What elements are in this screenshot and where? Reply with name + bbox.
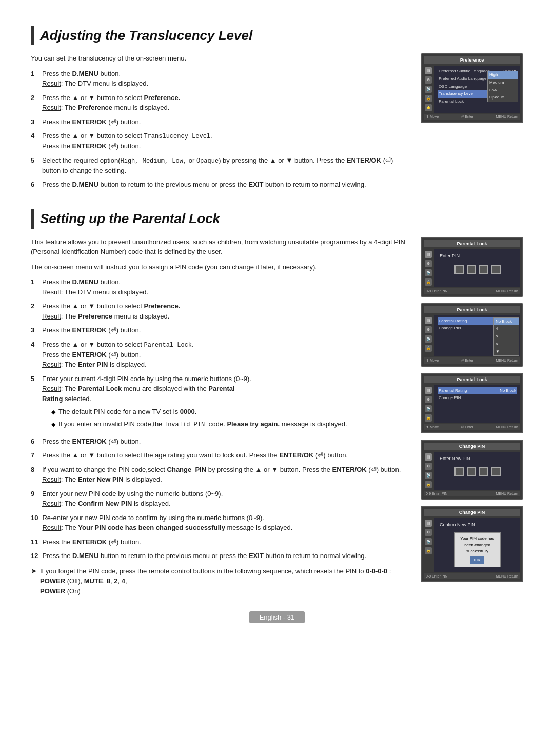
note-invalid-pin: ◆ If you enter an invalid PIN code,the I… — [51, 419, 408, 429]
tv-s5-icon-4: 🔒 — [425, 481, 432, 488]
pin-box-2 — [467, 265, 476, 274]
step-6: 6 Press the D.MENU button to return to t… — [31, 180, 408, 190]
section1-title: Adjusting the Translucency Level — [40, 28, 252, 44]
tv-confirm-pin-body: Confirm New PIN Your PIN code has been c… — [434, 518, 520, 573]
confirm-new-pin-label: Confirm New PIN — [438, 520, 517, 529]
tv-parental-rating-footer: ⬆ Move ⏎ Enter MENU Return — [424, 357, 520, 364]
tv-enter-pin-body: Enter PIN — [434, 249, 520, 287]
tv-icon-4: 🔒 — [425, 95, 432, 102]
section2-header: Setting up the Parental Lock — [31, 209, 523, 229]
s2-step-4: 4 Press the ▲ or ▼ button to select Pare… — [31, 340, 408, 370]
section2-bar — [31, 209, 34, 229]
s2-step-1: 1 Press the D.MENU button. Result: The D… — [31, 277, 408, 297]
tv-s3-icon-3: 📡 — [425, 335, 432, 343]
section2-sidebar: Parental Lock ▤ ⚙ 📡 🔒 Enter PIN — [421, 237, 523, 596]
forget-pin-note: ➤ If you forget the PIN code, press the … — [31, 566, 408, 596]
section2-content: This feature allows you to prevent unaut… — [31, 237, 523, 596]
s2-step-3: 3 Press the ENTER/OK (⏎) button. — [31, 325, 408, 335]
step-3-body: Press the ENTER/OK (⏎) button. — [42, 117, 408, 127]
tv-s6-icon-2: ⚙ — [425, 529, 432, 536]
step-2-num: 2 — [31, 93, 38, 113]
step-5-body: Select the required option(High, Medium,… — [42, 155, 408, 176]
tv-s2-icon-3: 📡 — [425, 269, 432, 276]
enter-pin-label: Enter PIN — [438, 251, 517, 261]
pin-box-5 — [454, 467, 464, 476]
ok-button[interactable]: OK — [470, 556, 485, 564]
s2-step-8: 8 If you want to change the PIN code,sel… — [31, 465, 408, 485]
step-3: 3 Press the ENTER/OK (⏎) button. — [31, 117, 408, 127]
step-1: 1 Press the D.MENU button. Result: The D… — [31, 69, 408, 89]
note-default-pin: ◆ The default PIN code for a new TV set … — [51, 407, 408, 417]
tv-s3-icon-1: ▤ — [425, 317, 432, 324]
step-1-num: 1 — [31, 69, 38, 89]
enter-new-pin-label: Enter New PIN — [438, 454, 517, 463]
tv-pref-body: Preferred Subtitle LanguageEnglish Prefe… — [434, 66, 520, 113]
footer-badge: English - 31 — [249, 611, 305, 623]
step-2-bold: Preference. — [144, 94, 180, 102]
step-5-num: 5 — [31, 155, 38, 176]
s2-step5-notes: ◆ The default PIN code for a new TV set … — [51, 407, 408, 429]
tv-s4-icon-4: 🔒 — [425, 414, 432, 422]
tv-parental-noblock-title: Parental Lock — [424, 376, 520, 383]
tv-parental-enter-pin: Parental Lock ▤ ⚙ 📡 🔒 Enter PIN — [421, 237, 523, 297]
s2-step-11: 11 Press the ENTER/OK (⏎) button. — [31, 537, 408, 547]
tv-enter-pin-footer: 0-9 Enter PIN MENU Return — [424, 288, 520, 294]
tv-s6-icon-4: 🔒 — [425, 547, 432, 554]
step-4: 4 Press the ▲ or ▼ button to select Tran… — [31, 131, 408, 151]
tv-s3-icon-2: ⚙ — [425, 326, 432, 333]
tv-change-pin-title: Change PIN — [424, 443, 520, 450]
section2-title: Setting up the Parental Lock — [40, 211, 220, 227]
success-dialog: Your PIN code has been changed successfu… — [454, 532, 501, 567]
tv-parental-noblock: Parental Lock ▤ ⚙ 📡 🔒 Parental Rating: N… — [421, 373, 523, 433]
section1-steps: 1 Press the D.MENU button. Result: The D… — [31, 69, 408, 190]
tv-confirm-pin-footer: 0-9 Enter PIN MENU Return — [424, 573, 520, 579]
tv-noblock-row1: Parental Rating: No Block — [438, 387, 517, 395]
page-footer: English - 31 — [31, 611, 523, 623]
section1-sidebar: Preference ▤ ⚙ 📡 🔒 ⭐ Preferred Subtitle … — [421, 53, 523, 194]
tv-pref-footer: ⬆ Move ⏎ Enter MENU Return — [424, 114, 520, 120]
tv-change-pin: Change PIN ▤ ⚙ 📡 🔒 Enter New PIN — [421, 440, 523, 500]
tv-noblock-row2: Change PIN — [438, 394, 517, 402]
s2-step-7: 7 Press the ▲ or ▼ button to select the … — [31, 450, 408, 461]
tv-s4-icon-2: ⚙ — [425, 396, 432, 403]
s2-step-9: 9 Enter your new PIN code by using the n… — [31, 489, 408, 509]
tv-pref-dropdown: High Medium Low Opaque — [487, 71, 518, 102]
section1-intro: You can set the translucency of the on-s… — [31, 53, 408, 64]
s2-step-12: 12 Press the D.MENU button to return to … — [31, 551, 408, 561]
section2-main: This feature allows you to prevent unaut… — [31, 237, 408, 596]
tv-parental-rating-body: Parental Rating: No Block Change PIN No … — [434, 315, 520, 356]
tv-s4-icon-1: ▤ — [425, 387, 432, 394]
tv-icon-1: ▤ — [425, 67, 432, 74]
pin-box-6 — [467, 467, 476, 476]
pin-box-8 — [491, 467, 501, 476]
s2-step-5: 5 Enter your current 4-digit PIN code by… — [31, 374, 408, 432]
tv-parental-rating-title: Parental Lock — [424, 306, 520, 313]
tv-s5-icon-2: ⚙ — [425, 463, 432, 470]
pin-box-1 — [454, 265, 464, 274]
s2-step-6: 6 Press the ENTER/OK (⏎) button. — [31, 436, 408, 447]
tv-s5-icon-1: ▤ — [425, 453, 432, 461]
step-1-result: Result: The DTV menu is displayed. — [42, 78, 408, 89]
tv-s6-icon-1: ▤ — [425, 520, 432, 527]
step-6-body: Press the D.MENU button to return to the… — [42, 180, 408, 190]
tv-s3-icon-4: 🔒 — [425, 345, 432, 352]
tv-pref-title: Preference — [424, 56, 520, 64]
section2-intro2: The on-screen menu will instruct you to … — [31, 262, 408, 272]
tv-preference: Preference ▤ ⚙ 📡 🔒 ⭐ Preferred Subtitle … — [421, 53, 523, 123]
step-1-bold1: D.MENU — [72, 70, 98, 77]
step-4-body: Press the ▲ or ▼ button to select Transl… — [42, 131, 408, 151]
tv-s4-icon-3: 📡 — [425, 405, 432, 412]
tv-s6-icon-3: 📡 — [425, 538, 432, 545]
tv-parental-noblock-footer: ⬆ Move ⏎ Enter MENU Return — [424, 424, 520, 430]
tv-s2-icon-2: ⚙ — [425, 260, 432, 267]
success-text: Your PIN code has been changed successfu… — [458, 535, 498, 555]
tv-s5-icon-3: 📡 — [425, 472, 432, 479]
section1-bar — [31, 26, 34, 45]
tv-confirm-pin-title: Change PIN — [424, 509, 520, 516]
step-1-body: Press the D.MENU button. Result: The DTV… — [42, 69, 408, 89]
step-3-num: 3 — [31, 117, 38, 127]
tv-pref-row4: Translucency Level High Medium Low Opaqu… — [438, 90, 517, 98]
tv-icon-5: ⭐ — [425, 104, 432, 111]
pin-box-3 — [479, 265, 488, 274]
tv-enter-pin-title: Parental Lock — [424, 240, 520, 247]
